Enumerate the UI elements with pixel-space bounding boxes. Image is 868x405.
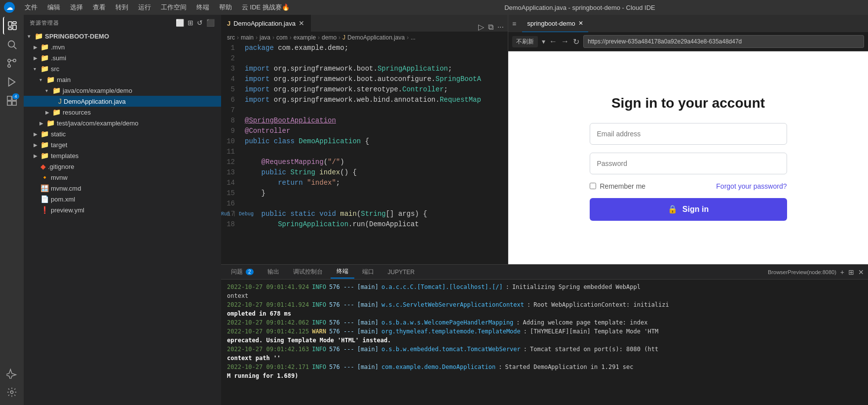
menu-select[interactable]: 选择 — [66, 2, 87, 13]
tree-item-src[interactable]: ▾ 📁 src — [24, 63, 221, 74]
tree-item-target[interactable]: ▶ 📁 target — [24, 139, 221, 150]
panel-tab-ports[interactable]: 端口 — [356, 266, 380, 278]
menu-cloud-ide[interactable]: 云 IDE 挑战赛🔥 — [238, 2, 294, 13]
svg-point-6 — [8, 65, 11, 68]
menu-terminal[interactable]: 终端 — [192, 2, 213, 13]
code-editor[interactable]: 1 2 3 4 5 6 7 8 9 10 11 12 13 14 — [221, 43, 508, 264]
breadcrumb-filename[interactable]: DemoApplication.java — [347, 34, 405, 41]
source-control-activity-icon[interactable] — [3, 54, 21, 72]
menu-help[interactable]: 帮助 — [215, 2, 236, 13]
forward-icon[interactable]: → — [561, 37, 569, 46]
panel-tab-terminal[interactable]: 终端 — [331, 265, 354, 279]
code-line-11 — [245, 147, 504, 157]
menu-goto[interactable]: 转到 — [112, 2, 132, 13]
tree-item-templates[interactable]: ▶ 📁 templates — [24, 150, 221, 161]
panel-tab-jupyter[interactable]: JUPYTER — [382, 267, 421, 278]
breadcrumb-main[interactable]: main — [241, 34, 254, 41]
svg-rect-1 — [13, 22, 16, 24]
signin-button[interactable]: 🔒 Sign in — [590, 198, 787, 221]
more-actions-icon[interactable]: ··· — [497, 23, 504, 32]
dropdown-icon[interactable]: ▾ — [542, 38, 545, 45]
add-terminal-icon[interactable]: + — [840, 268, 844, 276]
breadcrumb-src[interactable]: src — [227, 34, 235, 41]
tree-item-sumi[interactable]: ▶ 📁 .sumi — [24, 52, 221, 63]
close-panel-icon[interactable]: ✕ — [858, 268, 864, 276]
new-file-icon[interactable]: ⬜ — [176, 19, 185, 27]
code-line-15: } — [245, 188, 504, 199]
svg-rect-2 — [13, 25, 16, 30]
code-line-14: return "index"; — [245, 178, 504, 188]
panel-tab-debug-console[interactable]: 调试控制台 — [287, 266, 329, 278]
preview-tab-springboot[interactable]: springboot-demo ✕ — [522, 15, 588, 32]
panel-tab-problems[interactable]: 问题 2 — [225, 266, 260, 278]
code-content[interactable]: package com.example.demo; import org.spr… — [241, 43, 508, 264]
menu-file[interactable]: 文件 — [21, 2, 41, 13]
remember-me-checkbox[interactable] — [590, 183, 596, 189]
preview-controls: 不刷新 ▾ ← → ↻ — [508, 32, 868, 51]
tree-item-test[interactable]: ▶ 📁 test/java/com/example/demo — [24, 118, 221, 128]
breadcrumb-file[interactable]: J — [342, 34, 345, 41]
collapse-all-icon[interactable]: ⬛ — [206, 19, 215, 27]
tree-item-java-pkg[interactable]: ▾ 📁 java/com/example/demo — [24, 85, 221, 96]
tree-item-mvnw-cmd[interactable]: 🪟 mvnw.cmd — [24, 183, 221, 194]
run-activity-icon[interactable] — [3, 73, 21, 91]
tree-item-mvn[interactable]: ▶ 📁 .mvn — [24, 41, 221, 52]
tree-item-static[interactable]: ▶ 📁 static — [24, 128, 221, 139]
sidebar-tree: ▾ 📁 SPRINGBOOT-DEMO ▶ 📁 .mvn ▶ 📁 .sumi ▾… — [24, 31, 221, 405]
menu-run[interactable]: 运行 — [134, 2, 155, 13]
menu-edit[interactable]: 编辑 — [43, 2, 64, 13]
breadcrumb-demo[interactable]: demo — [322, 34, 337, 41]
breadcrumb: src › main › java › com › example › demo… — [221, 32, 508, 43]
terminal-line-2: 2022-10-27 09:01:41.924 INFO 576 --- [ma… — [227, 300, 862, 309]
back-icon[interactable]: ← — [549, 37, 557, 46]
remember-me-label[interactable]: Remember me — [590, 182, 646, 190]
settings-activity-icon[interactable] — [3, 383, 21, 401]
menu-workspace[interactable]: 工作空间 — [157, 2, 190, 13]
email-input[interactable] — [590, 123, 787, 145]
debug-link[interactable]: Debug — [239, 211, 254, 217]
tree-item-resources[interactable]: ▶ 📁 resources — [24, 107, 221, 118]
svg-point-7 — [13, 59, 16, 62]
test-activity-icon[interactable] — [3, 364, 21, 382]
svg-rect-12 — [7, 101, 11, 105]
code-line-16 — [245, 199, 504, 209]
sidebar-header-actions: ⬜ ⊞ ↺ ⬛ — [176, 19, 215, 27]
terminal-content[interactable]: 2022-10-27 09:01:41.924 INFO 576 --- [ma… — [221, 280, 868, 405]
tree-root[interactable]: ▾ 📁 SPRINGBOOT-DEMO — [24, 31, 221, 41]
tree-item-demo-application[interactable]: J DemoApplication.java — [24, 96, 221, 107]
terminal-line-5b: context path '' — [227, 354, 862, 363]
tree-item-gitignore[interactable]: ◆ .gitignore — [24, 161, 221, 172]
search-activity-icon[interactable] — [3, 36, 21, 53]
preview-tab-close[interactable]: ✕ — [578, 20, 583, 27]
terminal-line-4: 2022-10-27 09:01:42.125 WARN 576 --- [ma… — [227, 327, 862, 336]
explorer-activity-icon[interactable] — [3, 17, 21, 35]
run-split-icon[interactable]: ▷ — [478, 22, 484, 32]
breadcrumb-example[interactable]: example — [294, 34, 316, 41]
tree-item-mvnw[interactable]: 🔸 mvnw — [24, 172, 221, 183]
svg-point-8 — [8, 59, 11, 62]
run-link[interactable]: Run — [221, 211, 230, 217]
tree-item-preview-yml[interactable]: ❗ preview.yml — [24, 204, 221, 215]
extensions-activity-icon[interactable]: 4 — [3, 92, 21, 110]
line-numbers: 1 2 3 4 5 6 7 8 9 10 11 12 13 14 — [221, 43, 241, 264]
forgot-password-link[interactable]: Forgot your password? — [716, 182, 787, 190]
refresh-icon[interactable]: ↺ — [197, 19, 203, 27]
tree-item-main[interactable]: ▾ 📁 main — [24, 74, 221, 85]
url-bar[interactable] — [583, 35, 864, 48]
breadcrumb-java[interactable]: java — [260, 34, 270, 41]
panel-tab-output[interactable]: 输出 — [262, 266, 285, 278]
split-terminal-icon[interactable]: ⊞ — [848, 268, 854, 276]
refresh-browser-icon[interactable]: ↻ — [573, 37, 579, 46]
no-refresh-button[interactable]: 不刷新 — [512, 36, 538, 47]
terminal-line-6: 2022-10-27 09:01:42.171 INFO 576 --- [ma… — [227, 363, 862, 371]
editor-tab-bar: J DemoApplication.java ✕ ▷ ⧉ ··· — [221, 15, 508, 32]
new-folder-icon[interactable]: ⊞ — [188, 19, 194, 27]
tab-close-icon[interactable]: ✕ — [299, 19, 304, 27]
menu-view[interactable]: 查看 — [89, 2, 110, 13]
password-input[interactable] — [590, 153, 787, 174]
breadcrumb-com[interactable]: com — [276, 34, 288, 41]
editor-tab-demo-application[interactable]: J DemoApplication.java ✕ — [221, 15, 311, 32]
tree-item-pom[interactable]: 📄 pom.xml — [24, 194, 221, 204]
split-editor-icon[interactable]: ⧉ — [488, 23, 493, 32]
signin-title: Sign in to your account — [590, 95, 787, 111]
